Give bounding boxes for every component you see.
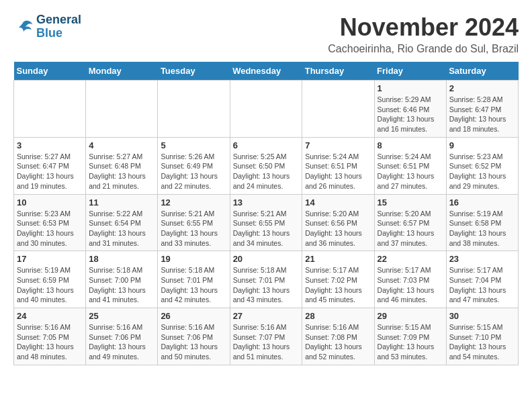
day-info: Sunrise: 5:25 AM Sunset: 6:50 PM Dayligh… — [233, 152, 300, 191]
day-info: Sunrise: 5:15 AM Sunset: 7:09 PM Dayligh… — [378, 322, 443, 362]
day-number: 26 — [161, 311, 226, 321]
calendar-cell: 5Sunrise: 5:26 AM Sunset: 6:49 PM Daylig… — [158, 137, 230, 194]
calendar-cell: 7Sunrise: 5:24 AM Sunset: 6:51 PM Daylig… — [302, 137, 374, 194]
calendar-cell — [158, 81, 230, 138]
header-tuesday: Tuesday — [158, 62, 230, 81]
day-number: 21 — [305, 254, 371, 264]
calendar-cell: 2Sunrise: 5:28 AM Sunset: 6:47 PM Daylig… — [446, 81, 518, 138]
calendar-cell: 20Sunrise: 5:18 AM Sunset: 7:01 PM Dayli… — [230, 251, 302, 308]
week-row-3: 17Sunrise: 5:19 AM Sunset: 6:59 PM Dayli… — [14, 251, 519, 308]
calendar-cell: 19Sunrise: 5:18 AM Sunset: 7:01 PM Dayli… — [158, 251, 230, 308]
calendar-cell: 13Sunrise: 5:21 AM Sunset: 6:55 PM Dayli… — [230, 194, 302, 251]
calendar-cell: 8Sunrise: 5:24 AM Sunset: 6:51 PM Daylig… — [374, 137, 446, 194]
day-number: 13 — [233, 197, 300, 208]
day-info: Sunrise: 5:22 AM Sunset: 6:54 PM Dayligh… — [89, 209, 154, 248]
day-number: 22 — [378, 254, 443, 264]
day-info: Sunrise: 5:19 AM Sunset: 6:59 PM Dayligh… — [17, 265, 83, 305]
day-info: Sunrise: 5:26 AM Sunset: 6:49 PM Dayligh… — [161, 152, 226, 191]
calendar-header-row: SundayMondayTuesdayWednesdayThursdayFrid… — [14, 62, 519, 81]
calendar-cell: 29Sunrise: 5:15 AM Sunset: 7:09 PM Dayli… — [374, 308, 446, 365]
calendar-cell: 14Sunrise: 5:20 AM Sunset: 6:56 PM Dayli… — [302, 194, 374, 251]
calendar-cell: 21Sunrise: 5:17 AM Sunset: 7:02 PM Dayli… — [302, 251, 374, 308]
day-info: Sunrise: 5:21 AM Sunset: 6:55 PM Dayligh… — [233, 209, 300, 248]
day-number: 29 — [378, 311, 443, 321]
calendar-cell: 4Sunrise: 5:27 AM Sunset: 6:48 PM Daylig… — [86, 137, 158, 194]
day-info: Sunrise: 5:20 AM Sunset: 6:56 PM Dayligh… — [305, 209, 371, 248]
calendar-cell — [14, 81, 86, 138]
calendar-cell: 12Sunrise: 5:21 AM Sunset: 6:55 PM Dayli… — [158, 194, 230, 251]
day-info: Sunrise: 5:27 AM Sunset: 6:48 PM Dayligh… — [89, 152, 154, 191]
day-number: 15 — [378, 197, 443, 208]
day-info: Sunrise: 5:23 AM Sunset: 6:53 PM Dayligh… — [17, 209, 83, 248]
day-info: Sunrise: 5:20 AM Sunset: 6:57 PM Dayligh… — [378, 209, 443, 248]
calendar-cell: 1Sunrise: 5:29 AM Sunset: 6:46 PM Daylig… — [374, 81, 446, 138]
day-info: Sunrise: 5:24 AM Sunset: 6:51 PM Dayligh… — [305, 152, 371, 191]
month-title: November 2024 — [328, 13, 519, 42]
header-friday: Friday — [374, 62, 446, 81]
day-info: Sunrise: 5:18 AM Sunset: 7:00 PM Dayligh… — [89, 265, 154, 305]
calendar-cell: 9Sunrise: 5:23 AM Sunset: 6:52 PM Daylig… — [446, 137, 518, 194]
day-info: Sunrise: 5:21 AM Sunset: 6:55 PM Dayligh… — [161, 209, 226, 248]
calendar-cell: 18Sunrise: 5:18 AM Sunset: 7:00 PM Dayli… — [86, 251, 158, 308]
calendar-cell: 22Sunrise: 5:17 AM Sunset: 7:03 PM Dayli… — [374, 251, 446, 308]
logo-bird-icon — [13, 17, 34, 37]
header-sunday: Sunday — [14, 62, 86, 81]
calendar-cell: 15Sunrise: 5:20 AM Sunset: 6:57 PM Dayli… — [374, 194, 446, 251]
calendar-cell: 3Sunrise: 5:27 AM Sunset: 6:47 PM Daylig… — [14, 137, 86, 194]
day-number: 25 — [89, 311, 154, 321]
day-info: Sunrise: 5:29 AM Sunset: 6:46 PM Dayligh… — [378, 95, 443, 134]
calendar-cell: 25Sunrise: 5:16 AM Sunset: 7:06 PM Dayli… — [86, 308, 158, 365]
day-info: Sunrise: 5:16 AM Sunset: 7:05 PM Dayligh… — [17, 322, 83, 362]
day-info: Sunrise: 5:18 AM Sunset: 7:01 PM Dayligh… — [161, 265, 226, 305]
calendar-cell: 23Sunrise: 5:17 AM Sunset: 7:04 PM Dayli… — [446, 251, 518, 308]
calendar-cell: 11Sunrise: 5:22 AM Sunset: 6:54 PM Dayli… — [86, 194, 158, 251]
day-number: 23 — [449, 254, 515, 264]
day-info: Sunrise: 5:23 AM Sunset: 6:52 PM Dayligh… — [449, 152, 515, 191]
title-section: November 2024 Cachoeirinha, Rio Grande d… — [328, 13, 519, 55]
day-number: 2 — [449, 83, 515, 93]
calendar-table: SundayMondayTuesdayWednesdayThursdayFrid… — [13, 62, 519, 365]
day-info: Sunrise: 5:17 AM Sunset: 7:04 PM Dayligh… — [449, 265, 515, 305]
logo-text: General Blue — [36, 13, 81, 40]
day-info: Sunrise: 5:15 AM Sunset: 7:10 PM Dayligh… — [449, 322, 515, 362]
week-row-0: 1Sunrise: 5:29 AM Sunset: 6:46 PM Daylig… — [14, 81, 519, 138]
calendar-cell — [230, 81, 302, 138]
page-header: General Blue November 2024 Cachoeirinha,… — [13, 13, 519, 55]
day-number: 20 — [233, 254, 300, 264]
week-row-1: 3Sunrise: 5:27 AM Sunset: 6:47 PM Daylig… — [14, 137, 519, 194]
day-info: Sunrise: 5:17 AM Sunset: 7:03 PM Dayligh… — [378, 265, 443, 305]
day-info: Sunrise: 5:18 AM Sunset: 7:01 PM Dayligh… — [233, 265, 300, 305]
day-number: 30 — [449, 311, 515, 321]
day-info: Sunrise: 5:17 AM Sunset: 7:02 PM Dayligh… — [305, 265, 371, 305]
day-number: 11 — [89, 197, 154, 208]
day-info: Sunrise: 5:27 AM Sunset: 6:47 PM Dayligh… — [17, 152, 83, 191]
calendar-cell: 30Sunrise: 5:15 AM Sunset: 7:10 PM Dayli… — [446, 308, 518, 365]
location-subtitle: Cachoeirinha, Rio Grande do Sul, Brazil — [328, 43, 519, 55]
header-thursday: Thursday — [302, 62, 374, 81]
day-number: 19 — [161, 254, 226, 264]
day-number: 16 — [449, 197, 515, 208]
calendar-cell: 10Sunrise: 5:23 AM Sunset: 6:53 PM Dayli… — [14, 194, 86, 251]
day-number: 14 — [305, 197, 371, 208]
header-wednesday: Wednesday — [230, 62, 302, 81]
day-info: Sunrise: 5:16 AM Sunset: 7:06 PM Dayligh… — [89, 322, 154, 362]
day-info: Sunrise: 5:24 AM Sunset: 6:51 PM Dayligh… — [378, 152, 443, 191]
day-number: 5 — [161, 140, 226, 150]
calendar-cell — [302, 81, 374, 138]
logo: General Blue — [13, 13, 81, 40]
header-monday: Monday — [86, 62, 158, 81]
calendar-cell: 6Sunrise: 5:25 AM Sunset: 6:50 PM Daylig… — [230, 137, 302, 194]
calendar-cell: 17Sunrise: 5:19 AM Sunset: 6:59 PM Dayli… — [14, 251, 86, 308]
day-number: 17 — [17, 254, 83, 264]
day-info: Sunrise: 5:16 AM Sunset: 7:06 PM Dayligh… — [161, 322, 226, 362]
calendar-cell: 28Sunrise: 5:16 AM Sunset: 7:08 PM Dayli… — [302, 308, 374, 365]
day-number: 27 — [233, 311, 300, 321]
day-number: 7 — [305, 140, 371, 150]
day-number: 9 — [449, 140, 515, 150]
day-info: Sunrise: 5:28 AM Sunset: 6:47 PM Dayligh… — [449, 95, 515, 134]
day-number: 10 — [17, 197, 83, 208]
day-info: Sunrise: 5:16 AM Sunset: 7:07 PM Dayligh… — [233, 322, 300, 362]
week-row-4: 24Sunrise: 5:16 AM Sunset: 7:05 PM Dayli… — [14, 308, 519, 365]
header-saturday: Saturday — [446, 62, 518, 81]
calendar-cell: 27Sunrise: 5:16 AM Sunset: 7:07 PM Dayli… — [230, 308, 302, 365]
